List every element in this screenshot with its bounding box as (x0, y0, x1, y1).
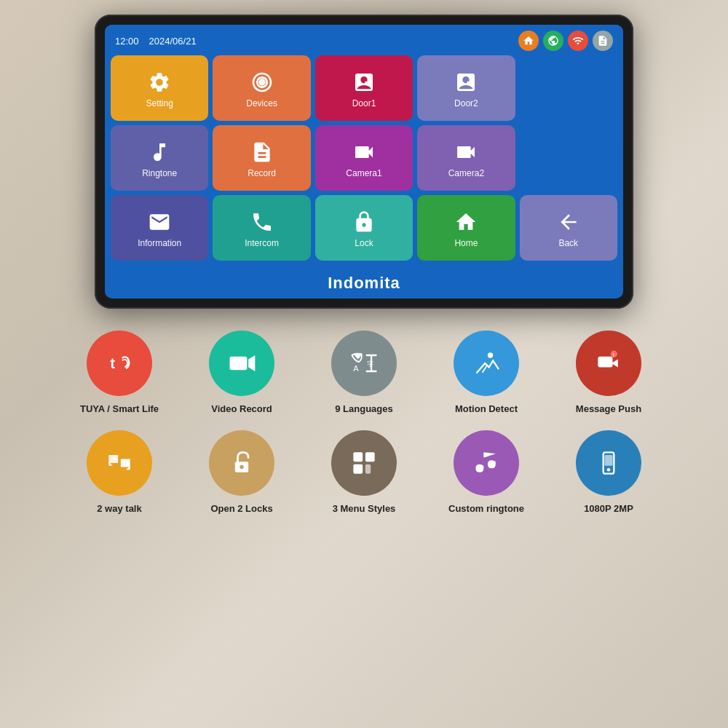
feature-menu: 3 Menu Styles (313, 430, 415, 515)
svg-rect-9 (598, 357, 612, 368)
feature-talk: 2 way talk (68, 430, 170, 515)
tile-back[interactable]: Back (520, 195, 617, 261)
tuya-label: TUYA / Smart Life (80, 403, 159, 416)
locks-label: Open 2 Locks (210, 503, 272, 515)
tuya-icon: t (103, 347, 135, 379)
ringtone-icon (148, 141, 171, 164)
lock-icon (352, 210, 376, 234)
door2-label: Door2 (454, 98, 478, 108)
talk-circle (87, 430, 152, 496)
setting-icon (148, 71, 171, 94)
home-label: Home (454, 238, 478, 248)
motion-detect-icon (470, 347, 502, 379)
ringtone2-label: Custom ringtone (448, 503, 524, 515)
svg-rect-14 (353, 452, 363, 462)
svg-rect-15 (365, 452, 375, 462)
doc-status-icon[interactable] (593, 31, 613, 51)
information-icon (148, 210, 171, 234)
talk-label: 2 way talk (97, 503, 141, 515)
svg-point-13 (240, 465, 244, 470)
back-label: Back (558, 238, 578, 248)
svg-rect-20 (605, 455, 613, 466)
svg-point-2 (467, 82, 470, 84)
tile-camera2[interactable]: Camera2 (417, 125, 515, 191)
languages-label: 9 Languages (335, 403, 392, 416)
resolution-circle (576, 430, 641, 496)
setting-label: Setting (146, 98, 173, 108)
tuya-circle: t (87, 331, 152, 396)
tile-intercom[interactable]: Intercom (213, 195, 310, 261)
door2-icon (454, 71, 478, 94)
motion-circle (454, 331, 519, 396)
tile-lock[interactable]: Lock (315, 195, 413, 261)
translate-icon: A 字 (348, 347, 380, 379)
tile-setting[interactable]: Setting (111, 55, 208, 121)
svg-text:A: A (353, 364, 359, 373)
home-icon (523, 35, 534, 47)
video-label: Video Record (211, 403, 272, 416)
wifi-icon (572, 35, 584, 47)
globe-icon (547, 35, 559, 47)
feature-video: Video Record (191, 331, 293, 416)
doc-icon (597, 35, 609, 47)
video-circle (209, 331, 274, 396)
resolution-icon (593, 447, 625, 479)
resolution-label: 1080P 2MP (584, 503, 633, 515)
motion-label: Motion Detect (455, 403, 518, 416)
feature-languages: A 字 9 Languages (313, 331, 415, 416)
empty-col2 (520, 125, 617, 191)
camera2-label: Camera2 (448, 168, 484, 178)
intercom-label: Intercom (245, 238, 279, 248)
tile-home[interactable]: Home (417, 195, 515, 261)
svg-text:!: ! (613, 352, 614, 358)
feature-motion: Motion Detect (435, 331, 537, 416)
empty-col1 (520, 55, 617, 121)
menu-styles-icon (348, 447, 380, 479)
devices-icon (250, 71, 274, 94)
svg-point-0 (258, 79, 265, 85)
features-row-1: t TUYA / Smart Life Video Record (58, 331, 670, 416)
tile-camera1[interactable]: Camera1 (315, 125, 413, 191)
feature-tuya: t TUYA / Smart Life (68, 331, 170, 416)
svg-point-1 (365, 82, 367, 84)
menu-circle (331, 430, 397, 496)
wifi-status-icon[interactable] (568, 31, 588, 51)
tile-record[interactable]: Record (213, 125, 310, 191)
message-push-icon: ! (593, 347, 625, 379)
back-icon (557, 210, 580, 234)
lock-label: Lock (355, 238, 373, 248)
date-display: 2024/06/21 (149, 36, 197, 47)
feature-resolution: 1080P 2MP (558, 430, 660, 515)
camera1-label: Camera1 (346, 168, 381, 178)
tile-door2[interactable]: Door2 (417, 55, 515, 121)
svg-marker-5 (248, 355, 255, 371)
home-menu-icon (454, 210, 478, 234)
video-record-icon (226, 347, 258, 379)
two-way-talk-icon (103, 447, 135, 479)
camera2-icon (454, 141, 478, 164)
message-label: Message Push (576, 403, 641, 416)
svg-text:字: 字 (367, 360, 373, 368)
open-locks-icon (226, 447, 258, 479)
tile-door1[interactable]: Door1 (315, 55, 413, 121)
home-status-icon[interactable] (518, 31, 539, 51)
tile-devices[interactable]: Devices (213, 55, 310, 121)
ringtone-circle (454, 430, 519, 496)
svg-rect-4 (230, 357, 248, 370)
status-bar: 12:00 2024/06/21 (105, 25, 623, 55)
brand-name: Indomita (105, 266, 623, 298)
custom-ringtone-icon (470, 447, 502, 479)
features-section: t TUYA / Smart Life Video Record (44, 331, 684, 530)
devices-label: Devices (246, 98, 277, 108)
svg-point-8 (488, 352, 493, 357)
globe-status-icon[interactable] (543, 31, 563, 51)
intercom-icon (250, 210, 274, 234)
menu-label: 3 Menu Styles (333, 503, 396, 515)
ringtone-label: Ringtone (142, 168, 177, 178)
locks-circle (209, 430, 274, 496)
information-label: Information (138, 238, 181, 248)
tile-ringtone[interactable]: Ringtone (111, 125, 208, 191)
features-row-2: 2 way talk Open 2 Locks (58, 430, 670, 515)
time-display: 12:00 (115, 36, 139, 47)
tile-information[interactable]: Information (111, 195, 208, 261)
